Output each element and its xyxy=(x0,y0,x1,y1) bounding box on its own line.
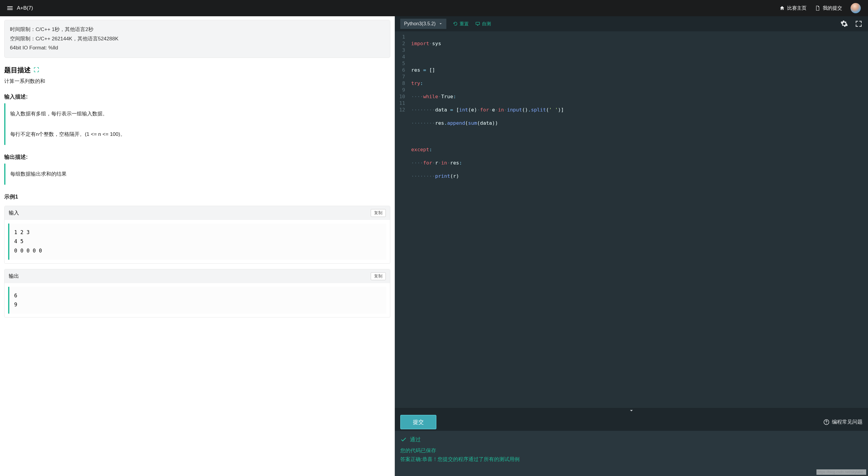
example-output-label: 输出 xyxy=(9,273,19,280)
copy-input-button[interactable]: 复制 xyxy=(371,209,386,217)
example-input-box: 输入 复制 1 2 3 4 5 0 0 0 0 0 xyxy=(4,206,390,264)
language-select[interactable]: Python3(3.5.2) xyxy=(400,19,446,29)
io-format: 64bit IO Format: %lld xyxy=(10,43,384,53)
menu-icon[interactable] xyxy=(7,6,13,10)
monitor-icon xyxy=(475,21,480,26)
check-icon xyxy=(400,436,407,443)
nav-my-submissions-label: 我的提交 xyxy=(823,5,842,11)
time-limit: 时间限制：C/C++ 1秒，其他语言2秒 xyxy=(10,25,384,34)
example-title: 示例1 xyxy=(4,193,390,200)
reset-button[interactable]: 重置 xyxy=(453,21,469,27)
question-circle-icon xyxy=(824,419,830,425)
code-editor[interactable]: 123456789101112 import·sys res = [] try:… xyxy=(395,31,868,408)
submit-button[interactable]: 提交 xyxy=(400,415,436,429)
editor-toolbar: Python3(3.5.2) 重置 自测 xyxy=(395,16,868,31)
nav-my-submissions[interactable]: 我的提交 xyxy=(815,5,842,11)
problem-panel: 时间限制：C/C++ 1秒，其他语言2秒 空间限制：C/C++ 262144K，… xyxy=(0,16,395,476)
fullscreen-icon xyxy=(855,20,863,28)
memory-limit: 空间限制：C/C++ 262144K，其他语言524288K xyxy=(10,34,384,44)
home-icon xyxy=(779,5,785,11)
panel-resize-handle[interactable] xyxy=(395,408,868,413)
fullscreen-button[interactable] xyxy=(855,20,863,28)
language-select-label: Python3(3.5.2) xyxy=(404,21,435,27)
avatar[interactable] xyxy=(850,3,861,13)
problem-title: A+B(7) xyxy=(17,5,33,11)
editor-panel: Python3(3.5.2) 重置 自测 xyxy=(395,16,868,476)
result-area: 通过 您的代码已保存 答案正确:恭喜！您提交的程序通过了所有的测试用例 xyxy=(395,431,868,476)
output-desc-body: 每组数据输出求和的结果 xyxy=(4,164,390,185)
svg-rect-0 xyxy=(476,22,479,25)
faq-link[interactable]: 编程常见问题 xyxy=(824,418,863,425)
input-desc-body: 输入数据有多组，每行表示一组输入数据。 每行不定有n个整数，空格隔开。(1 <=… xyxy=(4,103,390,145)
chevron-down-icon xyxy=(629,409,634,412)
selftest-button[interactable]: 自测 xyxy=(475,21,491,27)
result-saved: 您的代码已保存 xyxy=(400,446,863,455)
output-desc-title: 输出描述: xyxy=(4,153,390,161)
watermark: https://blog.csdn.net/skylake_ xyxy=(816,469,866,475)
nav-contest-home[interactable]: 比赛主页 xyxy=(779,5,807,11)
code-lines: import·sys res = [] try: ····while·True:… xyxy=(408,31,567,408)
expand-icon[interactable]: ⛶ xyxy=(34,67,39,73)
example-input-label: 输入 xyxy=(9,210,19,216)
chevron-down-icon xyxy=(438,22,443,26)
topbar: A+B(7) 比赛主页 我的提交 xyxy=(0,0,868,16)
nav-contest-home-label: 比赛主页 xyxy=(787,5,807,11)
copy-output-button[interactable]: 复制 xyxy=(371,272,386,280)
line-gutter: 123456789101112 xyxy=(395,31,408,408)
limits-box: 时间限制：C/C++ 1秒，其他语言2秒 空间限制：C/C++ 262144K，… xyxy=(4,20,390,58)
example-input-body: 1 2 3 4 5 0 0 0 0 0 xyxy=(8,224,386,260)
example-output-box: 输出 复制 6 9 xyxy=(4,269,390,318)
example-output-body: 6 9 xyxy=(8,287,386,314)
result-status: 通过 xyxy=(400,435,863,444)
gear-icon xyxy=(840,20,848,28)
document-icon xyxy=(815,5,820,11)
result-message: 答案正确:恭喜！您提交的程序通过了所有的测试用例 xyxy=(400,455,863,464)
refresh-icon xyxy=(453,21,458,26)
section-desc-title: 题目描述 ⛶ xyxy=(4,66,390,75)
input-desc-title: 输入描述: xyxy=(4,93,390,100)
desc-body: 计算一系列数的和 xyxy=(4,78,390,85)
submit-row: 提交 编程常见问题 xyxy=(395,413,868,431)
settings-button[interactable] xyxy=(840,20,848,28)
